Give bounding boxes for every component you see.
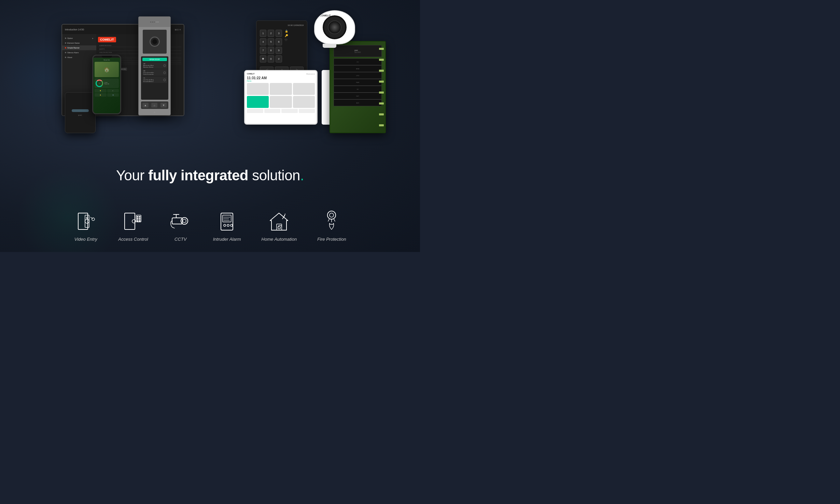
connector-6 xyxy=(379,102,384,104)
svg-rect-29 xyxy=(278,227,280,229)
key-star[interactable]: ✱ xyxy=(260,55,266,62)
svg-point-30 xyxy=(327,211,336,219)
shield-icon: 🛡 xyxy=(285,39,288,42)
phone-ctrl-2[interactable]: ❄ xyxy=(107,89,119,93)
key-9[interactable]: 9 xyxy=(276,47,282,54)
tab-item-2[interactable] xyxy=(264,109,281,113)
key-3[interactable]: 3 xyxy=(276,30,282,37)
chip-3: CPU xyxy=(334,72,382,79)
menu-item-about[interactable]: About xyxy=(62,55,96,60)
keypad-time: 10:30 12/09/2019 xyxy=(260,24,304,26)
menu-dot-active xyxy=(65,47,66,48)
circuit-inner: pac 512 DCI IC1 MEM CPU PWR I/O NET AUX xyxy=(330,42,385,132)
tab-item-4[interactable] xyxy=(299,109,315,113)
connector-4 xyxy=(379,81,384,83)
ve-dot xyxy=(152,22,153,23)
ve-down-btn[interactable]: ▼ xyxy=(160,103,167,108)
ve-name-3b: Kenneth Addison xyxy=(143,81,154,82)
key-2[interactable]: 2 xyxy=(268,30,274,37)
ve-contact-info: 6/A Franz Serrandher Paola Fernandez xyxy=(143,70,154,75)
widget-sublabel: Room Life xyxy=(104,83,109,85)
intruder-alarm-icon xyxy=(215,209,239,233)
svg-point-27 xyxy=(230,224,233,226)
ve-call-btn-1[interactable] xyxy=(163,64,166,67)
keypad-icons: 🔒 🔑 🛡 xyxy=(285,30,288,65)
ve-top-bar: ▪ ▪ ▪ xyxy=(139,17,170,27)
key-7[interactable]: 7 xyxy=(260,47,266,54)
svg-point-26 xyxy=(227,224,229,226)
tablet-bottom-bar xyxy=(247,109,315,113)
ve-call-btn-3[interactable] xyxy=(163,79,166,81)
camera-dome: COMELIT xyxy=(314,10,355,44)
connector-5 xyxy=(379,92,384,94)
cctv-label: CCTV xyxy=(174,237,186,242)
video-entry-label: Video Entry xyxy=(74,237,97,242)
ve-search-btn[interactable]: ⌕ xyxy=(151,103,157,108)
tablet-header: COMELIT Masterwave ▸ xyxy=(247,73,315,75)
svg-rect-21 xyxy=(223,215,231,222)
tablet-cell-6[interactable] xyxy=(293,96,315,108)
menu-dot xyxy=(65,38,66,39)
comelit-brand: COMELIT xyxy=(98,37,116,42)
cctv-svg xyxy=(169,210,192,233)
ve-contact-info: 4/A Alessandro Blinzi Macieius Minimo xyxy=(143,63,154,68)
svg-point-10 xyxy=(139,216,140,217)
svg-point-14 xyxy=(139,220,140,221)
menu-item-banner[interactable]: Simple Banner xyxy=(62,45,96,50)
tablet-cell-2[interactable] xyxy=(270,83,292,95)
ve-up-btn[interactable]: ▲ xyxy=(142,103,149,108)
tablet-screen: COMELIT Masterwave ▸ 11:31:22 AM Home xyxy=(245,71,317,124)
ve-dot xyxy=(154,22,155,23)
headline-bold: fully integrated xyxy=(148,167,248,183)
key-5[interactable]: 5 xyxy=(268,38,274,45)
ve-call-btn-2[interactable] xyxy=(163,71,166,74)
reader-brand-logo: pac xyxy=(78,114,82,116)
phone-ctrl-1[interactable]: 💡 xyxy=(95,89,107,93)
tablet-cell-5[interactable] xyxy=(270,96,292,108)
ve-screen: OPEN DOOR 4/A Alessandro Blinzi Macieius… xyxy=(141,56,168,100)
services-section: Video Entry Access Control xyxy=(0,209,420,242)
phone-ctrl-3[interactable]: 🔒 xyxy=(95,93,107,97)
tablet-cell-4[interactable] xyxy=(247,96,269,108)
ve-contact-2: 6/A Franz Serrandher Paola Fernandez xyxy=(142,69,167,76)
keypad-grid: 1 2 3 4 5 6 7 8 9 ✱ 0 # xyxy=(260,30,282,62)
svg-point-2 xyxy=(85,219,89,223)
access-control-svg xyxy=(122,210,144,233)
key-hash[interactable]: # xyxy=(276,55,282,62)
tab-item-3[interactable] xyxy=(281,109,298,113)
access-control-icon xyxy=(121,209,145,233)
menu-item-option[interactable]: Option ▶ xyxy=(62,36,96,41)
chip-6: NET xyxy=(334,93,382,99)
tablet-cell-3[interactable] xyxy=(293,83,315,95)
ve-camera xyxy=(143,30,167,54)
video-entry-svg xyxy=(75,210,97,233)
menu-dot xyxy=(65,52,66,53)
headline-text: Your fully integrated solution. xyxy=(0,167,420,184)
ve-dot xyxy=(150,22,151,23)
key-0[interactable]: 0 xyxy=(268,55,274,62)
menu-item-silence[interactable]: Silence Alarm xyxy=(62,50,96,55)
svg-point-11 xyxy=(137,218,138,219)
headline-section: Your fully integrated solution. xyxy=(0,167,420,184)
tablet-cell-1[interactable] xyxy=(247,83,269,95)
phone-device: Home Life 🏠 ○ In Use Room Life 💡 ❄ 🔒 📹 xyxy=(92,55,121,114)
camera-lens-dome xyxy=(328,20,341,34)
svg-point-12 xyxy=(139,218,140,219)
phone-ctrl-4[interactable]: 📹 xyxy=(107,93,119,97)
tab-item-1[interactable] xyxy=(247,109,263,113)
svg-rect-0 xyxy=(78,213,88,229)
camera-brand-text: COMELIT xyxy=(320,14,331,17)
key-8[interactable]: 8 xyxy=(268,47,274,54)
reader-strip xyxy=(72,109,89,112)
key-6[interactable]: 6 xyxy=(276,38,282,45)
service-home-automation: Home Automation xyxy=(262,209,297,242)
ve-open-door-btn[interactable]: OPEN DOOR xyxy=(142,58,167,61)
camera-base xyxy=(323,44,336,48)
key-4[interactable]: 4 xyxy=(260,38,266,45)
key-1[interactable]: 1 xyxy=(260,30,266,37)
service-access-control: Access Control xyxy=(118,209,148,242)
tablet-device: COMELIT Masterwave ▸ 11:31:22 AM Home xyxy=(244,70,318,125)
service-video-entry: Video Entry xyxy=(74,209,98,242)
svg-point-31 xyxy=(330,213,334,217)
menu-item-element[interactable]: Element Name xyxy=(62,41,96,45)
